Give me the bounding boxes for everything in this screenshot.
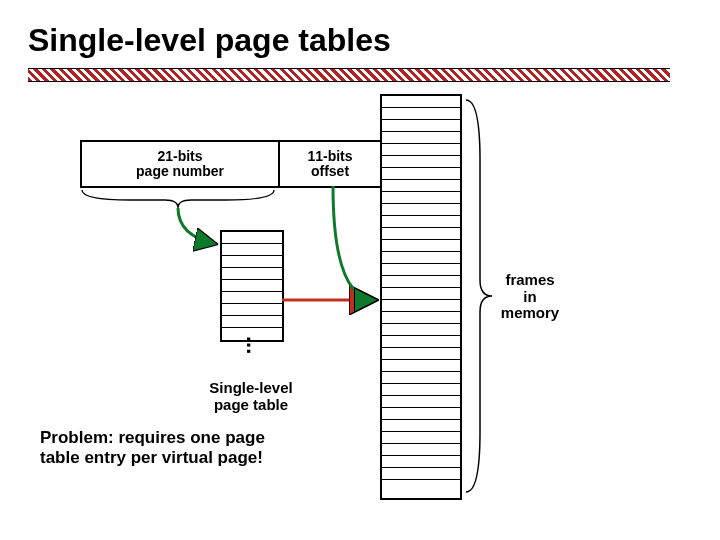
offset-label: offset	[311, 164, 349, 179]
page-table-label-l2: page table	[214, 396, 288, 413]
offset-cell: 11-bits offset	[280, 142, 380, 186]
offset-bits-label: 11-bits	[307, 149, 352, 164]
slide-title: Single-level page tables	[28, 22, 391, 59]
page-table-label-l1: Single-level	[209, 379, 292, 396]
arrow-offset-to-frame	[333, 186, 376, 300]
page-number-cell: 21-bits page number	[82, 142, 278, 186]
problem-l1: Problem: requires one page	[40, 428, 265, 447]
arrow-page-to-pt	[178, 208, 216, 244]
memory-frames-box	[380, 94, 462, 500]
problem-l2: table entry per virtual page!	[40, 448, 263, 467]
page-table-ellipsis: ...	[241, 336, 267, 354]
title-rule	[28, 68, 670, 82]
frames-label-l1: frames	[505, 271, 554, 288]
page-number-brace	[82, 190, 274, 208]
page-bits-label: 21-bits	[157, 149, 202, 164]
virtual-address-box: 21-bits page number 11-bits offset	[80, 140, 384, 188]
frames-label-l2: in	[523, 288, 536, 305]
page-number-label: page number	[136, 164, 224, 179]
page-table-box	[220, 230, 284, 342]
page-table-label: Single-level page table	[186, 380, 316, 413]
frames-label-l3: memory	[501, 304, 559, 321]
problem-text: Problem: requires one page table entry p…	[40, 428, 340, 469]
memory-brace	[466, 100, 492, 492]
frames-label: frames in memory	[490, 272, 570, 322]
